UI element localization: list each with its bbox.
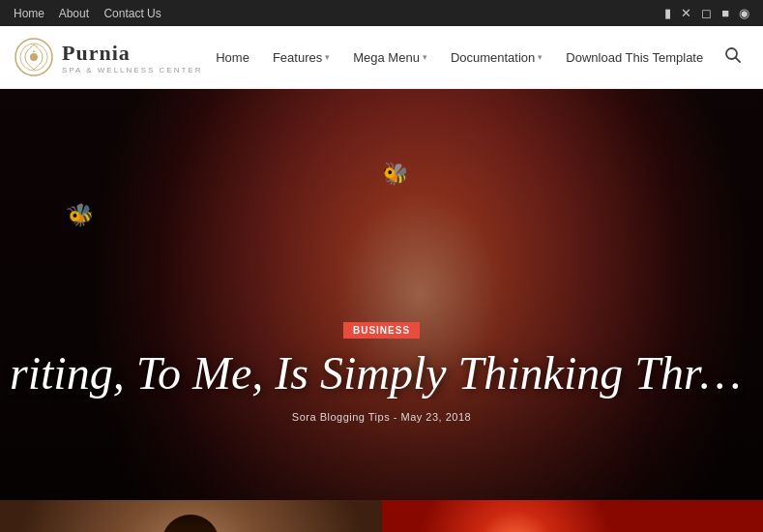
grid-right-inner [382, 500, 764, 532]
hero-meta: Sora Blogging Tips - May 23, 2018 [0, 411, 763, 423]
figure-silhouette [161, 515, 220, 532]
grid-right-image[interactable] [382, 500, 764, 532]
logo-name: Purnia [62, 41, 202, 66]
hero-author: Sora Blogging Tips [292, 411, 390, 423]
twitter-x-icon[interactable]: ✕ [681, 6, 691, 20]
hero-section: 🐝 🐝 BUSINESS riting, To Me, Is Simply Th… [0, 89, 763, 500]
nav-download-template[interactable]: Download This Template [556, 43, 713, 73]
grid-left-image[interactable] [0, 500, 382, 532]
grid-left-inner [0, 500, 382, 532]
hero-content: BUSINESS riting, To Me, Is Simply Thinki… [0, 320, 763, 423]
nav-home[interactable]: Home [206, 43, 259, 73]
svg-point-2 [30, 53, 38, 61]
mega-menu-caret: ▾ [423, 52, 427, 62]
hero-date: May 23, 2018 [400, 411, 471, 423]
docs-caret: ▾ [538, 52, 543, 62]
nav-features[interactable]: Features ▾ [263, 43, 339, 73]
features-caret: ▾ [325, 52, 330, 62]
search-button[interactable] [717, 39, 749, 75]
search-icon [724, 46, 742, 64]
logo-text: Purnia SPA & WELLNESS CENTER [62, 41, 202, 74]
topbar-about-link[interactable]: About [59, 7, 89, 20]
header: ✦ Purnia SPA & WELLNESS CENTER Home Feat… [0, 26, 763, 89]
nav-documentation[interactable]: Documentation ▾ [441, 43, 552, 73]
social-icons: ▮ ✕ ◻ ■ ◉ [664, 6, 749, 20]
instagram-icon[interactable]: ◻ [701, 6, 712, 20]
hero-badge[interactable]: BUSINESS [0, 320, 763, 348]
nav-mega-menu[interactable]: Mega Menu ▾ [343, 43, 437, 73]
hero-separator: - [394, 411, 397, 423]
svg-line-5 [736, 58, 741, 63]
image-grid [0, 500, 763, 532]
bee-decoration-2: 🐝 [380, 160, 410, 189]
logo-icon: ✦ [14, 37, 54, 77]
topbar-home-link[interactable]: Home [14, 7, 44, 20]
topbar-contact-link[interactable]: Contact Us [103, 7, 161, 20]
logo[interactable]: ✦ Purnia SPA & WELLNESS CENTER [14, 37, 202, 77]
facebook-icon[interactable]: ▮ [664, 6, 671, 20]
top-bar-nav: Home About Contact Us [14, 7, 173, 20]
pinterest-icon[interactable]: ■ [721, 6, 729, 20]
top-bar: Home About Contact Us ▮ ✕ ◻ ■ ◉ [0, 0, 763, 26]
skype-icon[interactable]: ◉ [739, 6, 749, 20]
svg-text:✦: ✦ [32, 49, 36, 54]
logo-tagline: SPA & WELLNESS CENTER [62, 66, 202, 74]
hero-title: riting, To Me, Is Simply Thinking Throug… [0, 348, 763, 399]
hero-overlay [0, 89, 763, 500]
main-nav: Home Features ▾ Mega Menu ▾ Documentatio… [206, 43, 713, 73]
